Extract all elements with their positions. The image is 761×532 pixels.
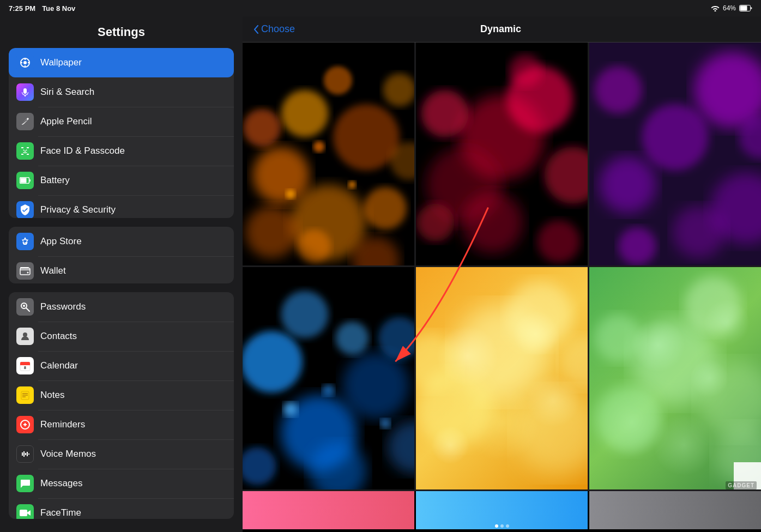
sidebar-item-messages[interactable]: Messages [9,469,234,498]
svg-point-66 [642,104,709,171]
notes-label: Notes [40,390,64,401]
wallpaper-grid [243,43,761,491]
back-label: Choose [261,23,295,35]
svg-point-13 [26,150,27,151]
wallpaper-gray-partial[interactable] [589,491,761,529]
battery-settings-icon [16,172,34,189]
back-chevron-icon [253,25,259,34]
appstore-label: App Store [40,236,82,247]
sidebar: Settings Wallpaper [0,16,243,532]
svg-point-77 [378,317,414,359]
svg-rect-17 [20,268,30,275]
sidebar-item-notes[interactable]: Notes [9,380,234,410]
siri-icon [16,83,34,101]
svg-point-62 [537,220,580,263]
svg-point-95 [595,314,642,361]
content-header: Choose Dynamic [243,16,761,43]
wallpaper-purple[interactable] [589,43,761,265]
svg-point-65 [694,52,761,128]
svg-rect-9 [27,147,29,148]
svg-point-90 [561,336,588,388]
status-left: 7:25 PM Tue 8 Nov [9,4,75,13]
battery-icon [739,5,752,11]
svg-point-59 [545,147,588,203]
svg-point-61 [462,192,523,253]
svg-point-81 [336,321,369,354]
svg-line-20 [26,308,29,311]
sidebar-item-wallet[interactable]: Wallet [9,256,234,283]
svg-point-51 [298,229,331,263]
svg-rect-99 [589,491,761,529]
content-area: Choose Dynamic [243,16,761,532]
svg-rect-25 [20,364,30,365]
sidebar-item-wallpaper[interactable]: Wallpaper [9,48,234,77]
sidebar-item-appstore[interactable]: App Store [9,227,234,256]
svg-point-55 [313,141,325,153]
voice-memos-icon [16,445,34,463]
notes-icon [16,386,34,404]
sidebar-group-2: App Store Wallet [9,227,234,283]
sidebar-item-contacts[interactable]: Contacts [9,322,234,351]
svg-point-67 [599,156,656,213]
reminders-icon [16,416,34,433]
svg-point-49 [245,206,298,258]
battery-percent: 64% [723,4,736,12]
wallpaper-pink-partial[interactable] [243,491,414,529]
appstore-icon [16,233,34,250]
content-title: Dynamic [295,23,706,35]
svg-point-60 [421,90,469,137]
svg-point-45 [364,187,407,229]
sidebar-item-faceid[interactable]: Face ID & Passcode [9,136,234,166]
svg-point-18 [27,272,29,274]
sidebar-item-siri[interactable]: Siri & Search [9,77,234,107]
sidebar-item-battery[interactable]: Battery [9,166,234,195]
sidebar-item-reminders[interactable]: Reminders [9,410,234,439]
voice-memos-label: Voice Memos [40,449,96,460]
privacy-label: Privacy & Security [40,204,116,215]
svg-point-44 [281,90,329,137]
svg-point-46 [243,109,281,147]
main-layout: Settings Wallpaper [0,16,761,532]
wallpaper-blue-partial[interactable] [416,491,588,529]
svg-text:8: 8 [24,366,26,370]
svg-rect-16 [21,178,27,183]
faceid-icon [16,142,34,160]
wallpaper-orange[interactable] [243,43,414,265]
apple-pencil-label: Apple Pencil [40,116,92,127]
svg-point-12 [23,150,25,151]
sidebar-item-facetime[interactable]: FaceTime [9,498,234,519]
wallpaper-blue[interactable] [243,267,414,490]
wifi-icon [711,5,720,11]
sidebar-item-calendar[interactable]: 8 Calendar [9,351,234,380]
sidebar-item-passwords[interactable]: Passwords [9,292,234,322]
svg-rect-10 [21,154,23,155]
faceid-label: Face ID & Passcode [40,146,125,156]
privacy-icon [16,201,34,218]
wallpaper-red[interactable] [416,43,588,265]
svg-rect-1 [740,6,747,11]
svg-point-87 [516,390,588,475]
sidebar-group-1: Wallpaper Siri & Search Apple Pencil [9,48,234,218]
svg-point-22 [23,332,27,337]
svg-point-83 [323,384,334,396]
scroll-dot-1 [495,524,498,528]
scroll-dot-3 [506,524,509,528]
wallpaper-yellow[interactable] [416,267,588,490]
svg-point-71 [618,227,656,265]
sidebar-item-privacy[interactable]: Privacy & Security [9,195,234,218]
svg-point-92 [595,385,661,452]
back-button[interactable]: Choose [253,23,295,35]
wallpaper-green[interactable] [589,267,761,490]
sidebar-item-voice-memos[interactable]: Voice Memos [9,439,234,469]
sidebar-item-apple-pencil[interactable]: Apple Pencil [9,107,234,136]
svg-point-80 [243,447,276,485]
wallet-icon [16,262,34,280]
messages-icon [16,475,34,492]
svg-point-79 [388,421,414,473]
svg-point-82 [283,402,298,416]
svg-point-43 [333,104,400,171]
svg-point-70 [673,206,725,258]
svg-point-3 [23,61,27,64]
svg-point-75 [343,352,409,419]
apple-pencil-icon [16,113,34,130]
